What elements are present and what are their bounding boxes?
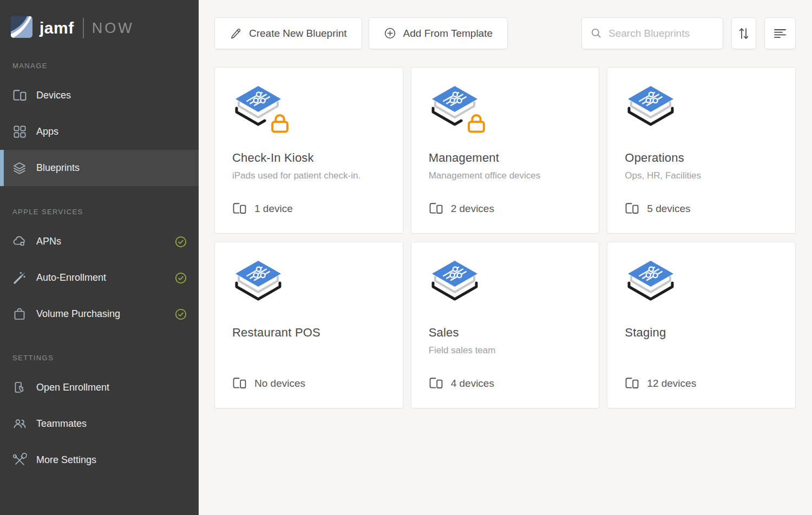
add-from-template-label: Add From Template (403, 28, 493, 39)
blueprint-title: Restaurant POS (232, 326, 385, 340)
sidebar-item-open-enrollment[interactable]: Open Enrollment (0, 369, 199, 406)
plus-circle-icon (384, 27, 396, 39)
check-circle-icon (174, 272, 187, 285)
toolbar: Create New Blueprint Add From Template (214, 17, 796, 49)
sort-button[interactable] (731, 17, 756, 49)
blueprint-grid: Check-In Kiosk iPads used for patient ch… (214, 67, 796, 408)
sidebar-item-blueprints[interactable]: Blueprints (0, 150, 199, 186)
device-count-label: 2 devices (451, 203, 494, 215)
blueprint-card-operations[interactable]: Operations Ops, HR, Facilities 5 devices (607, 67, 796, 234)
list-view-button[interactable] (764, 17, 796, 49)
blueprint-card-management[interactable]: Management Management office devices 2 d… (411, 67, 600, 234)
sidebar: jamf NOW MANAGE Devices Apps (0, 0, 199, 515)
blueprint-title: Management (429, 151, 582, 165)
sidebar-item-devices[interactable]: Devices (0, 77, 199, 114)
blueprint-stack-icon (625, 84, 677, 133)
device-count-row: 4 devices (429, 377, 494, 390)
tools-icon (12, 453, 27, 468)
devices-icon (625, 202, 639, 215)
add-from-template-button[interactable]: Add From Template (369, 17, 508, 49)
magic-wand-icon (12, 270, 27, 286)
phone-enroll-icon (12, 380, 27, 395)
blueprint-title: Check-In Kiosk (232, 151, 385, 165)
device-count-row: No devices (232, 377, 305, 390)
sidebar-item-label: Volume Purchasing (36, 308, 120, 320)
sidebar-item-label: More Settings (36, 454, 96, 466)
blueprint-card-restaurant-pos[interactable]: Restaurant POS No devices (214, 242, 403, 408)
sidebar-item-label: Devices (36, 90, 71, 101)
devices-icon (625, 377, 639, 390)
blueprint-description (232, 345, 385, 356)
devices-icon (429, 202, 443, 215)
blueprint-title: Operations (625, 151, 778, 165)
device-count-label: 12 devices (647, 378, 696, 389)
sidebar-item-more-settings[interactable]: More Settings (0, 442, 199, 478)
blueprint-description: Management office devices (429, 170, 582, 181)
section-label-manage: MANAGE (12, 62, 199, 70)
apps-grid-icon (12, 124, 27, 140)
blueprint-description: iPads used for patient check-in. (232, 170, 385, 181)
blueprint-title: Sales (429, 326, 582, 340)
sidebar-item-label: Open Enrollment (36, 382, 109, 393)
device-count-row: 2 devices (429, 202, 494, 215)
create-new-blueprint-button[interactable]: Create New Blueprint (214, 17, 362, 49)
section-label-settings: SETTINGS (12, 354, 199, 362)
sidebar-item-label: Blueprints (36, 162, 80, 174)
blueprint-description: Ops, HR, Facilities (625, 170, 778, 181)
search-icon (591, 28, 602, 39)
blueprint-stack-icon (429, 259, 481, 308)
device-count-label: 4 devices (451, 378, 494, 389)
shopping-bag-icon (12, 307, 27, 322)
lock-icon (269, 113, 291, 134)
main-content: Create New Blueprint Add From Template (199, 0, 812, 515)
devices-icon (232, 202, 247, 215)
devices-icon (232, 377, 247, 390)
blueprint-stack-icon (232, 259, 284, 308)
sidebar-item-label: APNs (36, 236, 61, 247)
layers-icon (12, 161, 27, 176)
blueprint-stack-icon (232, 84, 284, 133)
create-new-blueprint-label: Create New Blueprint (249, 28, 347, 39)
list-view-icon (773, 28, 787, 39)
device-count-label: 1 device (254, 203, 293, 215)
devices-icon (429, 377, 443, 390)
sidebar-item-volume-purchasing[interactable]: Volume Purchasing (0, 296, 199, 332)
pencil-icon (230, 27, 242, 39)
check-circle-icon (174, 235, 187, 248)
sort-arrows-icon (738, 27, 750, 41)
brand-logo[interactable]: jamf NOW (0, 0, 199, 40)
device-count-row: 5 devices (625, 202, 690, 215)
sidebar-item-apns[interactable]: APNs (0, 223, 199, 260)
blueprint-card-sales[interactable]: Sales Field sales team 4 devices (411, 242, 600, 408)
blueprint-description: Field sales team (429, 345, 582, 356)
search-input[interactable] (608, 28, 714, 39)
blueprint-title: Staging (625, 326, 778, 340)
section-label-apple-services: APPLE SERVICES (12, 208, 199, 216)
sidebar-item-label: Apps (36, 126, 58, 137)
sidebar-item-teammates[interactable]: Teammates (0, 406, 199, 442)
search-box[interactable] (581, 17, 723, 49)
devices-icon (12, 88, 27, 103)
sidebar-item-auto-enrollment[interactable]: Auto-Enrollment (0, 260, 199, 296)
device-count-label: No devices (254, 378, 305, 389)
blueprint-stack-icon (625, 259, 677, 308)
people-icon (12, 417, 27, 432)
sidebar-item-label: Auto-Enrollment (36, 272, 106, 283)
device-count-label: 5 devices (647, 203, 690, 215)
logo-divider (83, 18, 84, 38)
device-count-row: 12 devices (625, 377, 696, 390)
cloud-icon (12, 234, 27, 249)
lock-icon (466, 113, 487, 134)
blueprint-stack-icon (429, 84, 481, 133)
brand-name: jamf (40, 19, 74, 37)
device-count-row: 1 device (232, 202, 293, 215)
sidebar-item-apps[interactable]: Apps (0, 114, 199, 150)
blueprint-card-check-in-kiosk[interactable]: Check-In Kiosk iPads used for patient ch… (214, 67, 403, 234)
sidebar-item-label: Teammates (36, 418, 87, 430)
brand-product: NOW (92, 20, 134, 37)
check-circle-icon (174, 308, 187, 321)
jamf-logo-icon (11, 16, 32, 40)
blueprint-card-staging[interactable]: Staging 12 devices (607, 242, 796, 408)
blueprint-description (625, 345, 778, 356)
